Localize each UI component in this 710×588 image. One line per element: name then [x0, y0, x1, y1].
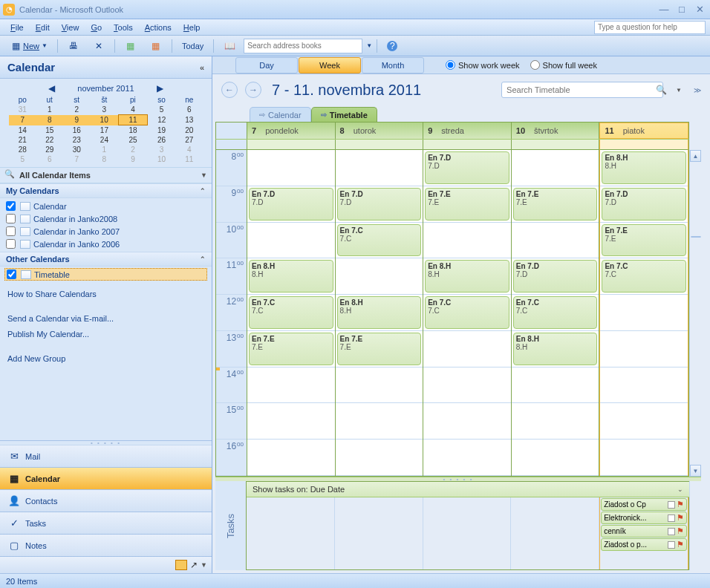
- appointment[interactable]: En 7.C7.C: [602, 260, 686, 293]
- nav-tasks[interactable]: ✓Tasks: [0, 512, 212, 535]
- appointment[interactable]: En 8.H8.H: [602, 151, 686, 184]
- task-item[interactable]: cenník⚑: [601, 525, 687, 538]
- day-header[interactable]: 8utorok: [336, 122, 424, 139]
- appointment[interactable]: En 7.C7.C: [337, 224, 422, 257]
- menu-file[interactable]: File: [4, 22, 30, 33]
- vertical-scrollbar[interactable]: ▲ ▼: [689, 150, 701, 477]
- hour-cell[interactable]: [423, 403, 511, 440]
- appointment[interactable]: En 7.D7.D: [425, 151, 509, 184]
- mini-cal-day[interactable]: 19: [148, 125, 176, 136]
- mini-cal-day[interactable]: 20: [175, 125, 203, 136]
- menu-edit[interactable]: Edit: [30, 22, 56, 33]
- task-item[interactable]: Elektronick...⚑: [601, 512, 687, 524]
- hour-cell[interactable]: En 8.H8.H: [512, 331, 599, 368]
- calendar-item[interactable]: Timetable: [4, 268, 207, 281]
- hour-cell[interactable]: [336, 150, 423, 186]
- appointment[interactable]: En 8.H8.H: [337, 296, 422, 329]
- hour-cell[interactable]: En 7.D7.D: [512, 258, 599, 295]
- hour-cell[interactable]: [600, 440, 688, 476]
- appointment[interactable]: En 8.H8.H: [249, 260, 333, 293]
- shortcuts-icon[interactable]: ↗: [190, 560, 198, 570]
- mini-cal-day[interactable]: 7: [63, 154, 90, 164]
- appointment[interactable]: En 7.D7.D: [513, 260, 598, 293]
- menu-go[interactable]: Go: [85, 22, 108, 33]
- mini-cal-day[interactable]: 13: [175, 115, 203, 125]
- search-dropdown-icon[interactable]: ▼: [676, 87, 682, 94]
- calendar-checkbox[interactable]: [6, 226, 16, 236]
- tasks-day-column[interactable]: [247, 497, 335, 569]
- hour-cell[interactable]: En 7.C7.C: [512, 295, 599, 331]
- hour-cell[interactable]: En 7.E7.E: [247, 331, 335, 368]
- mini-cal-day[interactable]: 24: [90, 135, 118, 145]
- next-week-button[interactable]: →: [245, 82, 261, 98]
- nav-contacts[interactable]: 👤Contacts: [0, 490, 212, 512]
- appointment[interactable]: En 7.C7.C: [513, 296, 598, 329]
- menu-tools[interactable]: Tools: [108, 22, 139, 33]
- hour-cell[interactable]: En 7.C7.C: [600, 258, 688, 295]
- mini-cal-day[interactable]: 21: [9, 135, 36, 145]
- hour-cell[interactable]: [600, 403, 688, 440]
- minimize-button[interactable]: —: [657, 4, 671, 16]
- mini-cal-day[interactable]: 6: [175, 105, 203, 115]
- mini-cal-day[interactable]: 7: [9, 115, 36, 125]
- mini-cal-day[interactable]: 5: [9, 154, 36, 164]
- hour-cell[interactable]: [512, 403, 599, 440]
- mini-cal-day[interactable]: 6: [36, 154, 62, 164]
- mini-cal-day[interactable]: 30: [63, 145, 90, 154]
- nav-mail[interactable]: ✉Mail: [0, 445, 212, 468]
- maximize-button[interactable]: □: [674, 4, 689, 16]
- hour-cell[interactable]: [336, 440, 423, 476]
- hour-cell[interactable]: [423, 331, 511, 368]
- hour-cell[interactable]: En 7.E7.E: [600, 223, 688, 259]
- help-button[interactable]: ?: [382, 38, 403, 54]
- calendar-checkbox[interactable]: [7, 270, 16, 279]
- hour-cell[interactable]: [600, 368, 688, 404]
- mini-cal-day[interactable]: 3: [90, 105, 118, 115]
- mini-cal-day[interactable]: 11: [175, 154, 203, 164]
- mini-cal-day[interactable]: 29: [36, 145, 62, 154]
- add-group-link[interactable]: Add New Group: [7, 352, 204, 365]
- day-header[interactable]: 9streda: [423, 122, 512, 139]
- menu-actions[interactable]: Actions: [139, 22, 178, 33]
- hour-cell[interactable]: En 8.H8.H: [247, 258, 335, 295]
- hour-cell[interactable]: En 7.C7.C: [336, 223, 423, 259]
- work-week-radio[interactable]: Show work week: [446, 60, 520, 70]
- flag-icon[interactable]: ⚑: [677, 513, 684, 523]
- menu-view[interactable]: View: [56, 22, 85, 33]
- appointment[interactable]: En 7.D7.D: [602, 188, 686, 220]
- hour-cell[interactable]: [600, 331, 688, 368]
- categorize-button[interactable]: ▦: [145, 38, 167, 54]
- day-header[interactable]: 7pondelok: [247, 122, 336, 139]
- mini-cal-day[interactable]: 26: [148, 135, 176, 145]
- hour-cell[interactable]: [336, 368, 423, 404]
- mini-cal-day[interactable]: 22: [36, 135, 62, 145]
- mini-cal-day[interactable]: 2: [118, 145, 147, 154]
- hour-cell[interactable]: [247, 440, 335, 476]
- search-dropdown-icon[interactable]: ▼: [366, 42, 372, 49]
- mini-cal-day[interactable]: 27: [175, 135, 203, 145]
- mini-cal-day[interactable]: 15: [36, 125, 62, 136]
- mini-cal-day[interactable]: 8: [90, 154, 118, 164]
- mini-cal-day[interactable]: 31: [9, 105, 36, 115]
- configure-buttons[interactable]: ▼: [201, 561, 207, 569]
- appointment[interactable]: En 8.H8.H: [425, 260, 509, 293]
- hour-cell[interactable]: En 7.D7.D: [336, 186, 423, 223]
- address-search-input[interactable]: [244, 39, 362, 53]
- flag-icon[interactable]: ⚑: [677, 526, 684, 536]
- month-label[interactable]: november 2011: [77, 84, 134, 93]
- hour-cell[interactable]: En 8.H8.H: [600, 150, 688, 186]
- permissions-button[interactable]: ▦: [120, 38, 142, 54]
- day-tab[interactable]: Day: [235, 57, 298, 74]
- mini-cal-day[interactable]: 10: [90, 115, 118, 125]
- folder-icon[interactable]: [175, 560, 187, 570]
- other-calendars-header[interactable]: Other Calendars⌃: [0, 252, 212, 267]
- appointment[interactable]: En 7.C7.C: [249, 296, 333, 329]
- calendar-checkbox[interactable]: [6, 201, 16, 211]
- mini-cal-day[interactable]: 9: [63, 115, 90, 125]
- delete-button[interactable]: ✕: [88, 38, 110, 54]
- full-week-radio[interactable]: Show full week: [530, 60, 597, 70]
- task-checkbox[interactable]: [668, 528, 675, 535]
- appointment[interactable]: En 7.E7.E: [337, 333, 422, 365]
- mini-cal-day[interactable]: 12: [148, 115, 176, 125]
- next-month-button[interactable]: ▶: [157, 83, 163, 94]
